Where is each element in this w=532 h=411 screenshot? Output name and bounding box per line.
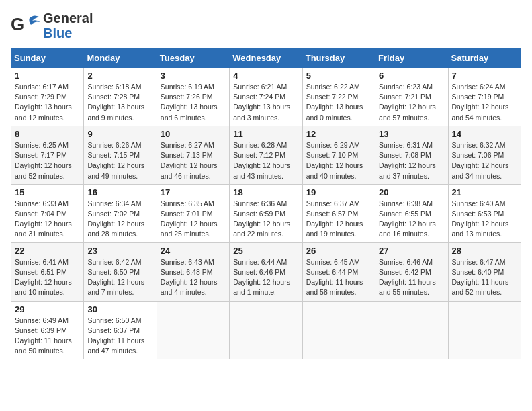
calendar-cell: 5Sunrise: 6:22 AMSunset: 7:22 PMDaylight… (302, 68, 375, 126)
calendar-cell: 25Sunrise: 6:44 AMSunset: 6:46 PMDayligh… (230, 242, 302, 301)
calendar-cell: 8Sunrise: 6:25 AMSunset: 7:17 PMDaylight… (11, 126, 84, 184)
day-number: 13 (379, 129, 444, 139)
day-info: Sunrise: 6:43 AMSunset: 6:48 PMDaylight:… (161, 257, 226, 298)
day-info: Sunrise: 6:29 AMSunset: 7:10 PMDaylight:… (306, 140, 371, 181)
calendar-cell (448, 301, 521, 359)
calendar-cell: 10Sunrise: 6:27 AMSunset: 7:13 PMDayligh… (157, 126, 229, 184)
day-info: Sunrise: 6:33 AMSunset: 7:04 PMDaylight:… (15, 199, 80, 240)
calendar-cell (302, 301, 375, 359)
day-info: Sunrise: 6:42 AMSunset: 6:50 PMDaylight:… (87, 257, 152, 298)
day-info: Sunrise: 6:28 AMSunset: 7:12 PMDaylight:… (233, 140, 298, 181)
day-info: Sunrise: 6:47 AMSunset: 6:40 PMDaylight:… (452, 257, 517, 298)
day-number: 24 (161, 246, 226, 256)
day-info: Sunrise: 6:44 AMSunset: 6:46 PMDaylight:… (233, 257, 298, 298)
day-info: Sunrise: 6:23 AMSunset: 7:21 PMDaylight:… (379, 82, 444, 123)
calendar-cell: 22Sunrise: 6:41 AMSunset: 6:51 PMDayligh… (11, 242, 84, 301)
calendar-cell (157, 301, 229, 359)
day-number: 28 (452, 246, 517, 256)
day-number: 27 (379, 246, 444, 256)
calendar-week-5: 29Sunrise: 6:49 AMSunset: 6:39 PMDayligh… (11, 301, 521, 359)
day-info: Sunrise: 6:40 AMSunset: 6:53 PMDaylight:… (452, 199, 517, 240)
calendar-cell: 6Sunrise: 6:23 AMSunset: 7:21 PMDaylight… (375, 68, 448, 126)
weekday-header-sunday: Sunday (11, 49, 84, 68)
day-number: 3 (161, 71, 226, 81)
calendar-cell: 2Sunrise: 6:18 AMSunset: 7:28 PMDaylight… (84, 68, 157, 126)
calendar-week-1: 1Sunrise: 6:17 AMSunset: 7:29 PMDaylight… (11, 68, 521, 126)
weekday-header-monday: Monday (84, 49, 157, 68)
day-number: 12 (306, 129, 371, 139)
calendar-cell: 9Sunrise: 6:26 AMSunset: 7:15 PMDaylight… (84, 126, 157, 184)
weekday-header-tuesday: Tuesday (157, 49, 229, 68)
weekday-header-friday: Friday (375, 49, 448, 68)
calendar-cell: 16Sunrise: 6:34 AMSunset: 7:02 PMDayligh… (84, 184, 157, 242)
day-info: Sunrise: 6:26 AMSunset: 7:15 PMDaylight:… (87, 140, 152, 181)
logo-general: General (43, 11, 93, 26)
day-info: Sunrise: 6:36 AMSunset: 6:59 PMDaylight:… (233, 199, 298, 240)
calendar-cell: 1Sunrise: 6:17 AMSunset: 7:29 PMDaylight… (11, 68, 84, 126)
day-number: 29 (15, 304, 80, 314)
day-info: Sunrise: 6:27 AMSunset: 7:13 PMDaylight:… (161, 140, 226, 181)
day-info: Sunrise: 6:49 AMSunset: 6:39 PMDaylight:… (15, 316, 80, 357)
calendar-week-4: 22Sunrise: 6:41 AMSunset: 6:51 PMDayligh… (11, 242, 521, 301)
day-info: Sunrise: 6:41 AMSunset: 6:51 PMDaylight:… (15, 257, 80, 298)
calendar-cell: 21Sunrise: 6:40 AMSunset: 6:53 PMDayligh… (448, 184, 521, 242)
calendar-table: SundayMondayTuesdayWednesdayThursdayFrid… (11, 48, 521, 359)
calendar-cell: 29Sunrise: 6:49 AMSunset: 6:39 PMDayligh… (11, 301, 84, 359)
page-header: G General Blue (11, 11, 521, 40)
calendar-cell: 23Sunrise: 6:42 AMSunset: 6:50 PMDayligh… (84, 242, 157, 301)
day-number: 23 (87, 246, 152, 256)
day-info: Sunrise: 6:34 AMSunset: 7:02 PMDaylight:… (87, 199, 152, 240)
day-number: 16 (87, 187, 152, 197)
day-info: Sunrise: 6:24 AMSunset: 7:19 PMDaylight:… (452, 82, 517, 123)
weekday-header-row: SundayMondayTuesdayWednesdayThursdayFrid… (11, 49, 521, 68)
day-info: Sunrise: 6:25 AMSunset: 7:17 PMDaylight:… (15, 140, 80, 181)
svg-text:G: G (11, 14, 24, 34)
calendar-cell (230, 301, 302, 359)
day-number: 14 (452, 129, 517, 139)
day-info: Sunrise: 6:22 AMSunset: 7:22 PMDaylight:… (306, 82, 371, 123)
day-number: 20 (379, 187, 444, 197)
calendar-cell: 12Sunrise: 6:29 AMSunset: 7:10 PMDayligh… (302, 126, 375, 184)
calendar-cell: 15Sunrise: 6:33 AMSunset: 7:04 PMDayligh… (11, 184, 84, 242)
day-number: 21 (452, 187, 517, 197)
weekday-header-saturday: Saturday (448, 49, 521, 68)
day-info: Sunrise: 6:18 AMSunset: 7:28 PMDaylight:… (87, 82, 152, 123)
day-info: Sunrise: 6:31 AMSunset: 7:08 PMDaylight:… (379, 140, 444, 181)
logo-blue: Blue (43, 26, 93, 40)
calendar-cell: 14Sunrise: 6:32 AMSunset: 7:06 PMDayligh… (448, 126, 521, 184)
day-info: Sunrise: 6:38 AMSunset: 6:55 PMDaylight:… (379, 199, 444, 240)
calendar-cell: 19Sunrise: 6:37 AMSunset: 6:57 PMDayligh… (302, 184, 375, 242)
calendar-cell: 26Sunrise: 6:45 AMSunset: 6:44 PMDayligh… (302, 242, 375, 301)
day-number: 6 (379, 71, 444, 81)
day-number: 30 (87, 304, 152, 314)
logo: G General Blue (11, 11, 93, 40)
day-number: 22 (15, 246, 80, 256)
day-number: 26 (306, 246, 371, 256)
day-number: 11 (233, 129, 298, 139)
calendar-cell: 11Sunrise: 6:28 AMSunset: 7:12 PMDayligh… (230, 126, 302, 184)
day-info: Sunrise: 6:50 AMSunset: 6:37 PMDaylight:… (87, 316, 152, 357)
day-info: Sunrise: 6:45 AMSunset: 6:44 PMDaylight:… (306, 257, 371, 298)
logo-icon: G (11, 13, 40, 38)
day-number: 8 (15, 129, 80, 139)
calendar-cell: 4Sunrise: 6:21 AMSunset: 7:24 PMDaylight… (230, 68, 302, 126)
day-number: 9 (87, 129, 152, 139)
calendar-cell: 7Sunrise: 6:24 AMSunset: 7:19 PMDaylight… (448, 68, 521, 126)
day-number: 5 (306, 71, 371, 81)
day-info: Sunrise: 6:37 AMSunset: 6:57 PMDaylight:… (306, 199, 371, 240)
day-info: Sunrise: 6:19 AMSunset: 7:26 PMDaylight:… (161, 82, 226, 123)
calendar-cell (375, 301, 448, 359)
calendar-week-2: 8Sunrise: 6:25 AMSunset: 7:17 PMDaylight… (11, 126, 521, 184)
day-info: Sunrise: 6:46 AMSunset: 6:42 PMDaylight:… (379, 257, 444, 298)
weekday-header-wednesday: Wednesday (230, 49, 302, 68)
day-number: 15 (15, 187, 80, 197)
day-number: 25 (233, 246, 298, 256)
day-number: 10 (161, 129, 226, 139)
weekday-header-thursday: Thursday (302, 49, 375, 68)
day-info: Sunrise: 6:21 AMSunset: 7:24 PMDaylight:… (233, 82, 298, 123)
day-number: 19 (306, 187, 371, 197)
day-info: Sunrise: 6:32 AMSunset: 7:06 PMDaylight:… (452, 140, 517, 181)
day-number: 18 (233, 187, 298, 197)
calendar-cell: 30Sunrise: 6:50 AMSunset: 6:37 PMDayligh… (84, 301, 157, 359)
calendar-cell: 17Sunrise: 6:35 AMSunset: 7:01 PMDayligh… (157, 184, 229, 242)
